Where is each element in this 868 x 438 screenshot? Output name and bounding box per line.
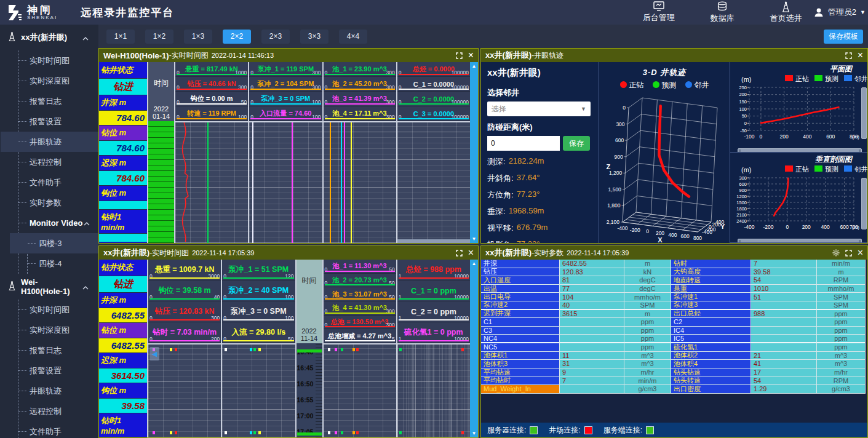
sidebar-group-1[interactable]: xx井(新井眼) (0, 25, 98, 50)
layout-button-1×2[interactable]: 1×2 (145, 30, 173, 44)
sidebar-item-1-9[interactable]: Monitor Video (18, 213, 98, 233)
sidebar-item-2-6[interactable]: 远程控制 (18, 401, 98, 421)
nav-item-2[interactable]: 数据库 (711, 1, 735, 24)
vertical-scrollbar[interactable]: ▲▼ (470, 62, 478, 243)
expand-icon[interactable] (456, 52, 463, 59)
curve-label: C_3 = 0.0000 (413, 110, 454, 117)
scroll-left-button[interactable]: ◀ (149, 347, 159, 360)
neighbor-select[interactable]: 选择▼ (487, 102, 591, 116)
user-menu[interactable]: 管理员2 ▼ (813, 7, 866, 18)
layout-button-4×4[interactable]: 4×4 (339, 30, 367, 44)
curve-header[interactable]: 0泵冲_3 = 0 SPM100 (249, 92, 322, 106)
sidebar-item-2-7[interactable]: 文件助手 (18, 421, 98, 438)
expand-icon[interactable] (845, 52, 852, 59)
sidebar-item-2-2[interactable]: 实时深度图 (18, 320, 98, 340)
horizontal-scrollbar[interactable] (738, 148, 862, 153)
curve-header[interactable]: 0C_1 = 0.0000100000 (397, 77, 470, 92)
layout-button-2×2[interactable]: 2×2 (223, 30, 251, 44)
derrick-icon (781, 1, 791, 12)
sidebar-item-1-8[interactable]: 实时参数 (18, 193, 98, 213)
curve-header[interactable]: 1C_1 = 0 ppm10000 (397, 281, 470, 301)
chevron-up-icon[interactable] (84, 218, 90, 228)
layout-button-1×3[interactable]: 1×3 (184, 30, 212, 44)
sidebar-subitem-1[interactable]: 四楼-3 (28, 233, 98, 253)
curve-header[interactable]: 0泵冲_3 = 0 SPM100 (222, 301, 295, 322)
horizontal-scrollbar[interactable] (738, 239, 862, 243)
curve-header[interactable]: 0池_3 = 41.39 m^3300 (324, 92, 396, 106)
save-template-button[interactable]: 保存模板 (824, 30, 863, 44)
curve-header[interactable]: 1总烃 = 988 ppm10000 (397, 260, 470, 281)
curve-header[interactable]: 0C_2 = 0.0000100000 (397, 92, 470, 106)
nav-item-label: 数据库 (711, 13, 735, 24)
curve-header[interactable]: 0池_1 = 11.30 m^350 (324, 260, 396, 274)
sidebar-item-1-6[interactable]: 远程控制 (18, 152, 98, 172)
sidebar-item-2-4[interactable]: 报警设置 (18, 360, 98, 381)
curve-header[interactable]: 0池_3 = 31.07 m^350 (324, 287, 396, 301)
curve-header[interactable]: 0钻压 = 120.83 kN300 (148, 301, 221, 322)
curve-header[interactable]: 0钻时 = 7.03 min/m200 (148, 322, 221, 343)
sidebar-subitem-2[interactable]: 四楼-4 (28, 253, 98, 274)
curve-label: 池_4 = 17.11 m^3 (333, 109, 387, 118)
vertical-scrollbar[interactable] (861, 178, 867, 229)
curve-header[interactable]: 0泵冲_1 = 51 SPM120 (222, 260, 295, 281)
curve-header[interactable]: 0泵冲_2 = 104 SPM300 (249, 77, 322, 92)
curve-header[interactable]: 0钻压 = 40.66 kN300 (175, 77, 248, 92)
curve-header[interactable]: 0池_2 = 20.73 m^350 (324, 274, 396, 288)
close-icon[interactable]: × (858, 248, 863, 258)
expand-icon[interactable] (456, 250, 463, 257)
close-icon[interactable]: × (468, 248, 474, 258)
sidebar-item-2-3[interactable]: 报警日志 (18, 340, 98, 360)
curve-header[interactable]: 0总烃 = 0.0000100000 (397, 62, 470, 77)
curve-header[interactable]: 0悬重 = 1009.7 kN3000 (148, 260, 221, 281)
curve-header[interactable]: 0池_1 = 23.90 m^3300 (324, 62, 396, 77)
horizontal-scrollbar[interactable] (397, 239, 470, 243)
curve-header[interactable]: 0入口流量 = 74.60100 (249, 106, 322, 121)
curve-header[interactable]: 0池_4 = 41.30 m^3300 (324, 301, 396, 316)
info-label: 测深: (487, 156, 506, 167)
curve-header[interactable]: 1C_2 = 0 ppm10000 (397, 301, 470, 322)
curve-header[interactable]: 0泵冲_2 = 40 SPM100 (222, 281, 295, 301)
sidebar-item-1-2[interactable]: 实时深度图 (18, 71, 98, 91)
curve-header[interactable]: 总池增减 = 4.27 m^35 (324, 329, 396, 343)
chevron-up-icon[interactable] (82, 33, 89, 42)
curve-header[interactable]: 0C_3 = 0.0000100000 (397, 106, 470, 121)
curve-header[interactable]: 0入流 = 29.80 l/s50 (222, 322, 295, 343)
distance-input[interactable] (487, 136, 560, 151)
vertical-scrollbar[interactable]: ▲▼ (470, 260, 478, 437)
sidebar-group-2[interactable]: Wei-H100(Hole-1) (0, 274, 98, 300)
chevron-up-icon[interactable] (82, 282, 89, 292)
expand-icon[interactable] (845, 250, 852, 257)
layout-button-2×3[interactable]: 2×3 (261, 30, 290, 44)
curve-header[interactable]: 0池_2 = 45.20 m^3300 (324, 77, 396, 92)
svg-text:900: 900 (615, 154, 623, 160)
curve-header[interactable]: 0钩位 = 39.58 m40 (148, 281, 221, 301)
layout-button-1×1[interactable]: 1×1 (106, 30, 135, 44)
curve-header[interactable]: 0总池 = 130.50 m^3300 (324, 316, 396, 330)
param-value: 784.60 (99, 141, 147, 155)
curve-header[interactable]: 0池_4 = 17.11 m^3300 (324, 106, 396, 121)
gear-icon[interactable] (832, 249, 840, 257)
curve-header[interactable]: 0泵冲_1 = 119 SPM300 (249, 62, 322, 77)
svg-text:-200: -200 (763, 224, 773, 230)
nav-item-1[interactable]: 后台管理 (643, 1, 675, 23)
save-button[interactable]: 保存 (563, 136, 590, 151)
legend-item: 预测 (653, 80, 677, 90)
curve-header[interactable]: 0转速 = 119 RPM100 (175, 106, 248, 121)
curve-header[interactable]: 0悬重 = 817.49 kN1000 (175, 62, 248, 77)
sidebar-item-1-4[interactable]: 报警设置 (18, 111, 98, 132)
curve-header[interactable]: 0钩位 = 0.00 m50 (175, 92, 248, 106)
sidebar-item-1-1[interactable]: 实时时间图 (18, 50, 98, 71)
curve-header[interactable]: 1硫化氢1 = 0 ppm10000 (397, 322, 470, 343)
close-icon[interactable]: × (858, 50, 863, 60)
sidebar-item-2-5[interactable]: 井眼轨迹 (18, 381, 98, 401)
sidebar-item-1-5[interactable]: 井眼轨迹 (18, 132, 98, 152)
layout-button-3×3[interactable]: 3×3 (300, 30, 328, 44)
nav-item-3[interactable]: 首页选井 (770, 1, 802, 24)
vertical-scrollbar[interactable] (861, 87, 867, 139)
sidebar-item-2-1[interactable]: 实时时间图 (18, 300, 98, 320)
close-icon[interactable]: × (468, 50, 474, 60)
sidebar-item-1-7[interactable]: 文件助手 (18, 172, 98, 193)
svg-text:X: X (658, 236, 663, 243)
sidebar-item-1-3[interactable]: 报警日志 (18, 91, 98, 111)
param-value-cell: 1.29 (751, 385, 817, 394)
